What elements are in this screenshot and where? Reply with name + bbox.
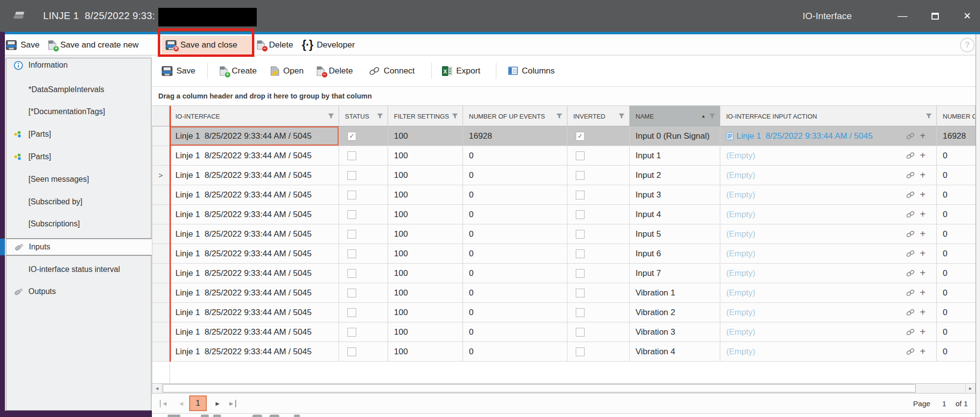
cell-io-interface[interactable]: Linje 1 8/25/2022 9:33:44 AM / 5045: [170, 264, 339, 283]
add-icon[interactable]: +: [920, 326, 926, 338]
sidebar-item-parts[interactable]: [Parts]: [6, 127, 151, 142]
cell-filter-settings[interactable]: 100: [388, 342, 463, 361]
horizontal-scrollbar[interactable]: ◂ ▸: [152, 383, 976, 393]
cell-name[interactable]: Input 6: [630, 244, 720, 263]
cell-io-interface[interactable]: Linje 1 8/25/2022 9:33:44 AM / 5045: [170, 166, 339, 185]
cell-input-action[interactable]: Linje 1 8/25/2022 9:33:44 AM / 5045+: [720, 126, 937, 146]
cell-up-events[interactable]: 0: [463, 322, 567, 342]
cell-filter-settings[interactable]: 100: [388, 185, 463, 204]
table-row[interactable]: Linje 1 8/25/2022 9:33:44 AM / 5045✓1001…: [152, 126, 976, 146]
checkbox-unchecked[interactable]: [347, 308, 356, 317]
cell-name[interactable]: Input 1: [630, 146, 720, 165]
cell-input-action[interactable]: (Empty)+: [720, 342, 937, 361]
cell-input-action[interactable]: (Empty)+: [720, 146, 937, 165]
last-page-button[interactable]: ►: [226, 393, 238, 413]
cell-number-of[interactable]: 0: [937, 166, 976, 185]
cell-up-events[interactable]: 0: [463, 283, 567, 302]
sidebar-item-documentationtags[interactable]: [*DocumentationTags]: [6, 104, 151, 119]
checkbox-unchecked[interactable]: [347, 289, 356, 297]
cell-filter-settings[interactable]: 100: [388, 126, 463, 146]
group-by-panel[interactable]: Drag a column header and drop it here to…: [152, 86, 976, 106]
link-icon[interactable]: [906, 309, 915, 316]
cell-name[interactable]: Input 4: [630, 205, 720, 224]
grid-toolbar-button-save[interactable]: Save: [162, 55, 196, 86]
maximize-button[interactable]: [924, 0, 946, 32]
cell-inverted[interactable]: [567, 166, 630, 185]
cell-status[interactable]: [339, 283, 388, 302]
checkbox-unchecked[interactable]: [347, 210, 356, 219]
checkbox-unchecked[interactable]: [347, 269, 356, 278]
cell-number-of[interactable]: 0: [937, 185, 976, 204]
cell-filter-settings[interactable]: 100: [388, 283, 463, 302]
cell-number-of[interactable]: 0: [937, 303, 976, 322]
cell-up-events[interactable]: 0: [463, 303, 567, 322]
checkbox-unchecked[interactable]: [576, 308, 585, 317]
filter-icon[interactable]: [709, 113, 715, 119]
cell-inverted[interactable]: [567, 342, 630, 361]
filter-icon[interactable]: [556, 113, 563, 119]
scroll-left-button[interactable]: ◂: [152, 384, 162, 393]
filter-icon[interactable]: [618, 113, 625, 119]
column-header-filter-settings[interactable]: FILTER SETTINGS: [388, 106, 463, 126]
cell-number-of[interactable]: 0: [937, 244, 976, 263]
checkbox-unchecked[interactable]: [347, 151, 356, 160]
next-page-button[interactable]: ►: [212, 393, 223, 413]
cell-inverted[interactable]: [567, 146, 630, 165]
grid-toolbar-button-columns[interactable]: Columns: [508, 55, 555, 86]
table-row[interactable]: Linje 1 8/25/2022 9:33:44 AM / 50451000I…: [152, 264, 976, 283]
cell-inverted[interactable]: [567, 264, 630, 283]
link-icon[interactable]: [906, 230, 915, 238]
add-icon[interactable]: +: [920, 189, 926, 200]
checkbox-unchecked[interactable]: [347, 249, 356, 258]
cell-io-interface[interactable]: Linje 1 8/25/2022 9:33:44 AM / 5045: [170, 244, 339, 263]
sidebar-item-seen-messages[interactable]: [Seen messages]: [6, 172, 151, 187]
column-header-number-of-up-events[interactable]: NUMBER OF UP EVENTS: [463, 106, 567, 126]
checkbox-unchecked[interactable]: [576, 230, 585, 239]
add-icon[interactable]: +: [920, 287, 926, 298]
add-icon[interactable]: +: [920, 209, 926, 220]
checkbox-unchecked[interactable]: [576, 269, 585, 278]
column-header-io-interface-input-action[interactable]: IO-INTERFACE INPUT ACTION: [720, 106, 937, 126]
cell-status[interactable]: [339, 264, 388, 283]
add-icon[interactable]: +: [920, 170, 926, 181]
cell-inverted[interactable]: [567, 205, 630, 224]
input-action-link[interactable]: Linje 1 8/25/2022 9:33:44 AM / 5045: [736, 131, 873, 141]
toolbar-button-delete[interactable]: −Delete: [257, 34, 293, 55]
sidebar-item-subscribed-by[interactable]: [Subscribed by]: [6, 195, 151, 209]
column-header-name[interactable]: NAME▲: [630, 106, 720, 126]
cell-filter-settings[interactable]: 100: [388, 205, 463, 224]
cell-inverted[interactable]: [567, 224, 630, 244]
cell-name[interactable]: Input 5: [630, 224, 720, 244]
cell-filter-settings[interactable]: 100: [388, 146, 463, 165]
cell-number-of[interactable]: 0: [937, 342, 976, 361]
table-row[interactable]: Linje 1 8/25/2022 9:33:44 AM / 50451000V…: [152, 322, 976, 342]
sidebar-item-io-interface-status-interval[interactable]: IO-interface status interval: [6, 262, 151, 277]
cell-status[interactable]: [339, 224, 388, 244]
checkbox-checked[interactable]: ✓: [347, 132, 356, 141]
link-icon[interactable]: [906, 348, 915, 355]
cell-number-of[interactable]: 0: [937, 205, 976, 224]
table-row[interactable]: Linje 1 8/25/2022 9:33:44 AM / 50451000I…: [152, 205, 976, 224]
column-header-io-interface[interactable]: IO-INTERFACE: [170, 106, 339, 126]
previous-page-button[interactable]: ◄: [175, 393, 187, 413]
column-header-status[interactable]: STATUS: [339, 106, 388, 126]
cell-io-interface[interactable]: Linje 1 8/25/2022 9:33:44 AM / 5045: [170, 322, 339, 342]
cell-up-events[interactable]: 0: [463, 166, 567, 185]
sidebar-item-information[interactable]: Information: [6, 58, 151, 73]
cell-io-interface[interactable]: Linje 1 8/25/2022 9:33:44 AM / 5045: [170, 303, 339, 322]
cell-filter-settings[interactable]: 100: [388, 166, 463, 185]
cell-name[interactable]: Vibration 4: [630, 342, 720, 361]
grid-toolbar-button-export[interactable]: XExport: [442, 55, 480, 86]
column-header-inverted[interactable]: INVERTED: [567, 106, 630, 126]
grid-toolbar-button-connect[interactable]: Connect: [369, 55, 415, 86]
checkbox-unchecked[interactable]: [576, 289, 585, 297]
filter-icon[interactable]: [926, 113, 932, 119]
cell-name[interactable]: Vibration 2: [630, 303, 720, 322]
sidebar-item-datasampleintervals[interactable]: *DataSampleIntervals: [6, 82, 151, 97]
cell-name[interactable]: Input 2: [630, 166, 720, 185]
cell-up-events[interactable]: 0: [463, 205, 567, 224]
cell-status[interactable]: [339, 322, 388, 342]
cell-filter-settings[interactable]: 100: [388, 264, 463, 283]
cell-status[interactable]: [339, 166, 388, 185]
current-page-button[interactable]: 1: [189, 395, 207, 411]
